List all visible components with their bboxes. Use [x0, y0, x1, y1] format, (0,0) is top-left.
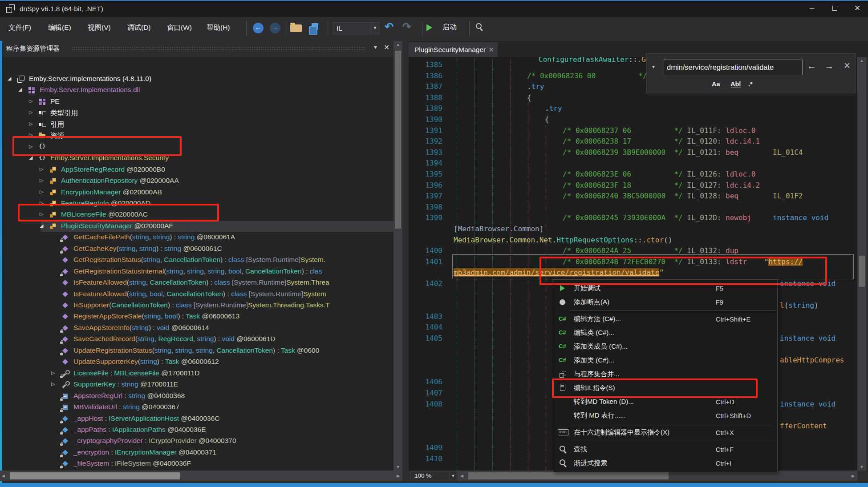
tree-row[interactable]: ▷引用 [2, 119, 402, 130]
tree-row[interactable]: ▷类型引用 [2, 108, 402, 118]
code-line[interactable]: /* 0x00068240 3BC5000000 */ IL_0128: beq… [563, 192, 803, 200]
tree-row[interactable]: GetCacheKey(string, string) : string @06… [2, 244, 402, 254]
context-menu-item-在十六进制编辑器中显示指令(X)[interactable]: 0101在十六进制编辑器中显示指令(X)Ctrl+X [553, 426, 777, 439]
scrollbar-thumb[interactable] [10, 472, 180, 479]
search-close-icon[interactable]: ✕ [844, 60, 851, 71]
code-line[interactable]: /* 0x00068237 06 */ IL_011F: ldloc.0 [563, 126, 756, 135]
tree-row[interactable]: UpdateSupporterKey(string) : Task @06000… [2, 357, 402, 367]
find-next-icon[interactable]: → [825, 61, 834, 71]
minimize-button[interactable]: ─ [801, 1, 823, 16]
scroll-down-icon[interactable]: ▼ [857, 465, 866, 469]
panel-menu-icon[interactable]: ▼ [373, 44, 378, 50]
menu-视图(V)[interactable]: 视图(V) [88, 23, 111, 32]
context-menu-item-添加断点(A)[interactable]: 添加断点(A)F9 [553, 295, 777, 309]
tree-row[interactable]: ▷LicenseFile : MBLicenseFile @1700011D [2, 368, 402, 379]
tree-row[interactable]: _fileSystem : IFileSystem @0400036F [2, 459, 402, 469]
tree-row[interactable]: AppstoreRegUrl : string @04000368 [2, 391, 402, 402]
context-menu-item-添加类成员 (C#)...[interactable]: C#添加类成员 (C#)... [553, 340, 777, 354]
expander-closed-icon[interactable]: ▷ [40, 166, 43, 172]
code-line[interactable]: MediaBrowser.Common.Net.HttpRequestOptio… [454, 236, 672, 244]
expander-closed-icon[interactable]: ▷ [51, 370, 55, 376]
save-all-icon[interactable] [309, 23, 320, 33]
search-input[interactable] [664, 60, 803, 75]
code-line[interactable]: /* 0x0006824A 25 */ IL_0132: dup [563, 246, 738, 255]
scroll-down-icon[interactable]: ▼ [393, 465, 402, 469]
tree-row[interactable]: RegisterAppStoreSale(string, bool) : Tas… [2, 311, 402, 322]
whole-word-toggle[interactable]: Abl [730, 80, 741, 88]
scroll-left-icon[interactable]: ◀ [460, 474, 463, 478]
context-menu-item-转到 MD 表行......[interactable]: 转到 MD 表行......Ctrl+Shift+D [553, 409, 777, 423]
tree-row[interactable]: ◢PluginSecurityManager @020000AE [2, 221, 402, 232]
tree-row[interactable]: GetRegistrationStatus(string, Cancellati… [2, 255, 402, 266]
context-menu-item-渐进式搜索[interactable]: 渐进式搜索Ctrl+I [553, 456, 777, 470]
code-line[interactable]: .try [545, 104, 562, 113]
tree-row[interactable]: MBValidateUrl : string @04000367 [2, 402, 402, 413]
zoom-value[interactable]: 100 % [410, 471, 450, 480]
chevron-down-icon[interactable]: ▼ [371, 23, 379, 34]
context-menu-item-编辑类 (C#)...[interactable]: C#编辑类 (C#)... [553, 326, 777, 340]
menu-调试(D)[interactable]: 调试(D) [127, 23, 151, 32]
maximize-button[interactable] [824, 1, 845, 16]
scroll-up-icon[interactable]: ▲ [857, 58, 866, 63]
code-line[interactable]: /* 0x00068239 3B9E000000 */ IL_0121: beq… [563, 148, 803, 157]
code-line[interactable]: { [527, 93, 531, 102]
menu-编辑(E)[interactable]: 编辑(E) [48, 23, 71, 32]
context-menu-item-编辑方法 (C#)...[interactable]: C#编辑方法 (C#)...Ctrl+Shift+E [553, 312, 777, 326]
tree-row[interactable]: ▷PE [2, 97, 402, 107]
language-combobox[interactable]: IL ▼ [333, 22, 379, 34]
code-line[interactable]: .try [527, 82, 544, 91]
expander-closed-icon[interactable]: ▷ [51, 381, 55, 387]
tree-row[interactable]: ▷EncryptionManager @020000AB [2, 187, 402, 198]
redo-icon[interactable]: ↷ [402, 20, 411, 33]
expander-closed-icon[interactable]: ▷ [40, 189, 43, 195]
tab-close-icon[interactable]: ✕ [488, 42, 494, 57]
code-line[interactable]: /* 0x00068245 73930E000A */ IL_012D: new… [563, 213, 828, 222]
code-line[interactable]: { [545, 115, 549, 124]
expander-open-icon[interactable]: ◢ [18, 87, 22, 93]
code-line[interactable]: /* 0x00068238 17 */ IL_0120: ldc.i4.1 [563, 137, 760, 145]
tab-pluginsecuritymanager[interactable]: PluginSecurityManager ✕ [409, 42, 498, 57]
undo-icon[interactable]: ↶ [385, 20, 393, 33]
expander-open-icon[interactable]: ◢ [40, 223, 43, 229]
tree-row[interactable]: ◢Emby.Server.Implementations (4.8.11.0) [2, 74, 402, 85]
navigate-forward-button[interactable]: → [270, 23, 280, 33]
assembly-explorer-header[interactable]: 程序集资源管理器 ▼ ✕ [2, 41, 402, 57]
scrollbar-thumb[interactable] [468, 472, 669, 479]
expander-closed-icon[interactable]: ▷ [29, 109, 32, 115]
expander-open-icon[interactable]: ◢ [8, 76, 11, 81]
tree-row[interactable]: IsFeatureAllowed(string, bool, Cancellat… [2, 289, 402, 300]
menu-文件(F)[interactable]: 文件(F) [8, 23, 31, 32]
titlebar[interactable]: dnSpy v6.1.8 (64-bit, .NET) [0, 1, 868, 17]
tree-row[interactable]: ▷AuthenticationRepository @020000AA [2, 176, 402, 186]
code-line[interactable]: [MediaBrowser.Common] [454, 225, 544, 233]
tree-row[interactable]: _encryption : IEncryptionManager @040003… [2, 447, 402, 458]
tree-row[interactable]: GetCacheFilePath(string, string) : strin… [2, 232, 402, 243]
close-button[interactable]: ✕ [847, 1, 868, 16]
navigate-back-button[interactable]: ← [253, 23, 264, 33]
context-menu-item-查找[interactable]: 查找Ctrl+F [553, 443, 777, 456]
tree-row[interactable]: _appPaths : IApplicationPaths @0400036E [2, 425, 402, 435]
explorer-horizontal-scrollbar[interactable]: ◀ ▶ [0, 471, 402, 481]
expander-closed-icon[interactable]: ▷ [29, 98, 32, 104]
tree-row[interactable]: IsSupporter(CancellationToken) : class [… [2, 300, 402, 311]
explorer-vertical-scrollbar[interactable]: ▲ ▼ [393, 41, 402, 471]
code-line[interactable]: /* 0x0006823E 06 */ IL_0126: ldloc.0 [563, 170, 756, 178]
tree-row[interactable]: IsFeatureAllowed(string, CancellationTok… [2, 278, 402, 288]
scrollbar-thumb[interactable] [395, 51, 401, 229]
find-previous-icon[interactable]: ← [807, 61, 816, 71]
match-case-toggle[interactable]: Aa [712, 80, 720, 88]
code-line[interactable]: /* 0x0006823F 18 */ IL_0127: ldc.i4.2 [563, 181, 760, 189]
scroll-right-icon[interactable]: ▶ [852, 474, 855, 478]
tree-row[interactable]: SaveCachedRecord(string, RegRecord, stri… [2, 334, 402, 345]
regex-toggle[interactable]: .* [748, 80, 753, 88]
tree-row[interactable]: UpdateRegistrationStatus(string, string,… [2, 346, 402, 356]
tree-row[interactable]: _appHost : IServerApplicationHost @04000… [2, 414, 402, 424]
chevron-down-icon[interactable]: ▾ [652, 64, 655, 70]
editor-vertical-scrollbar[interactable]: ▲ ▼ [857, 57, 866, 471]
tree-row[interactable]: SaveAppStoreInfo(string) : void @0600061… [2, 323, 402, 334]
panel-close-icon[interactable]: ✕ [384, 43, 389, 52]
panel-splitter[interactable] [402, 41, 409, 481]
scroll-right-icon[interactable]: ▶ [397, 474, 400, 478]
menu-帮助(H)[interactable]: 帮助(H) [207, 23, 230, 32]
code-line[interactable]: /* 0x00068236 00 */ [527, 72, 647, 80]
